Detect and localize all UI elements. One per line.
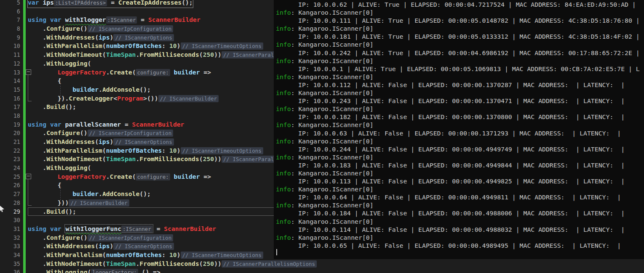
- code-token: [28, 190, 72, 197]
- code-token: TimeSpan: [106, 260, 136, 267]
- code-token: (: [102, 42, 106, 49]
- scan-result-text: IP: 10.0.0.62 | ALIVE: True | ELAPSED: 0…: [298, 1, 636, 8]
- line-number[interactable]: 14: [0, 77, 20, 85]
- terminal-line: IP: 10.0.0.183 | ALIVE: False | ELAPSED:…: [276, 161, 644, 169]
- code-token: Program: [117, 95, 143, 102]
- scan-result-text: IP: 10.0.0.184 | ALIVE: False | ELAPSED:…: [298, 209, 625, 217]
- fold-region-guide: [28, 74, 28, 101]
- code-token: ();: [65, 103, 76, 110]
- code-token: Configure: [46, 25, 80, 32]
- code-token: builder: [72, 86, 99, 93]
- line-number[interactable]: 26: [0, 181, 20, 190]
- code-line-36[interactable]: 36 .WithLogging(loggerFactory: () =>: [0, 268, 644, 273]
- code-token: 10: [169, 251, 177, 258]
- line-number[interactable]: 13: [0, 68, 20, 77]
- line-number[interactable]: 7: [0, 16, 20, 24]
- code-token: ScannerBuilder: [132, 121, 184, 128]
- fold-collapse-marker[interactable]: [26, 69, 31, 75]
- code-token: })): [28, 199, 69, 206]
- code-token: .: [136, 51, 139, 58]
- line-number[interactable]: 10: [0, 42, 20, 50]
- line-number[interactable]: 31: [0, 225, 20, 233]
- line-number[interactable]: 32: [0, 233, 20, 242]
- line-number[interactable]: 9: [0, 33, 20, 42]
- code-token: ips: [99, 138, 110, 145]
- line-number[interactable]: 30: [0, 216, 20, 225]
- line-number[interactable]: 22: [0, 146, 20, 155]
- code-token: .: [28, 164, 46, 171]
- line-number[interactable]: 34: [0, 251, 20, 260]
- line-number[interactable]: 27: [0, 190, 20, 199]
- code-token: 250: [203, 260, 214, 267]
- line-number[interactable]: 6: [0, 7, 20, 16]
- terminal-cursor: [276, 249, 277, 255]
- code-line-35[interactable]: 35 .WithNodeTimeout(TimeSpan.FromMillise…: [0, 260, 644, 268]
- line-number[interactable]: 8: [0, 24, 20, 33]
- logger-category: : Kangaroo.IScanner[0]: [291, 138, 374, 145]
- scan-result-text: IP: 10.0.0.183 | ALIVE: False | ELAPSED:…: [298, 162, 625, 169]
- code-token: () =>: [138, 268, 160, 273]
- log-level-info: info: [276, 73, 291, 80]
- line-number[interactable]: 24: [0, 164, 20, 172]
- line-number[interactable]: 23: [0, 155, 20, 164]
- code-token: WithAddresses: [46, 138, 95, 145]
- code-token: (: [102, 51, 106, 58]
- code-text: .WithNodeTimeout(TimeSpan.FromMillisecon…: [28, 260, 317, 269]
- line-number[interactable]: 33: [0, 242, 20, 251]
- change-tracking-bar: [23, 0, 26, 273]
- scan-result-text: IP: 10.0.0.114 | ALIVE: False | ELAPSED:…: [298, 226, 625, 233]
- code-text: .Configure()// IScannerIpConfiguration: [28, 24, 173, 34]
- code-token: ips: [99, 34, 110, 41]
- code-token: CreateIpAddresses: [118, 0, 182, 6]
- code-token: (): [80, 129, 88, 136]
- code-token: using var: [28, 121, 65, 128]
- code-token: Configure: [46, 129, 80, 136]
- line-number[interactable]: 21: [0, 138, 20, 146]
- code-token: (: [102, 251, 106, 258]
- line-number[interactable]: 28: [0, 199, 20, 207]
- scan-result-text: IP: 10.0.0.242 | ALIVE: True | ELAPSED: …: [298, 49, 640, 56]
- line-number[interactable]: 16: [0, 94, 20, 103]
- scan-result-text: IP: 10.0.0.182 | ALIVE: False | ELAPSED:…: [298, 113, 625, 120]
- line-number[interactable]: 25: [0, 172, 20, 181]
- line-number[interactable]: 20: [0, 129, 20, 138]
- code-text: using var withIlogger:IScanner = Scanner…: [28, 16, 200, 25]
- code-token: .: [106, 173, 110, 180]
- code-token: .: [28, 251, 46, 258]
- line-number[interactable]: 36: [0, 268, 20, 273]
- logger-category: : Kangaroo.IScanner[0]: [291, 73, 374, 80]
- code-token: [28, 173, 58, 180]
- line-number[interactable]: 19: [0, 120, 20, 129]
- line-number[interactable]: 17: [0, 103, 20, 111]
- code-token: .: [28, 60, 46, 67]
- terminal-panel[interactable]: IP: 10.0.0.62 | ALIVE: True | ELAPSED: 0…: [274, 0, 644, 259]
- line-number[interactable]: 35: [0, 260, 20, 268]
- code-token: .: [28, 34, 46, 41]
- code-text: using var parallelScanner = ScannerBuild…: [28, 120, 184, 129]
- inline-type-hint: loggerFactory:: [91, 269, 138, 273]
- code-token: builder: [72, 190, 99, 197]
- line-number[interactable]: 5: [0, 0, 20, 7]
- code-token: (: [199, 260, 203, 267]
- log-level-info: info: [276, 121, 291, 128]
- code-text: .WithAddresses(ips)// IScannerOptions: [28, 138, 174, 147]
- code-token: (: [102, 155, 106, 162]
- code-token: 10: [169, 147, 177, 154]
- code-token: Configure: [46, 234, 80, 241]
- log-level-info: info: [276, 105, 291, 112]
- log-level-info: info: [276, 154, 291, 161]
- line-number[interactable]: 15: [0, 85, 20, 94]
- code-token: .: [28, 260, 46, 267]
- logger-category: : Kangaroo.IScanner[0]: [291, 186, 374, 193]
- code-text: LoggerFactory.Create(configure: builder …: [28, 68, 211, 77]
- fold-collapse-marker[interactable]: [26, 174, 31, 179]
- inline-comment: // IScannerOptions: [113, 34, 174, 41]
- line-number[interactable]: 11: [0, 50, 20, 59]
- inline-comment: // IScannerOptions: [113, 243, 174, 250]
- log-level-info: info: [276, 57, 291, 64]
- code-text: .Configure()// IScannerIpConfiguration: [28, 233, 173, 243]
- line-number[interactable]: 12: [0, 59, 20, 68]
- line-number[interactable]: 18: [0, 111, 20, 120]
- code-token: withIlogger: [65, 16, 106, 23]
- code-token: (: [88, 60, 91, 67]
